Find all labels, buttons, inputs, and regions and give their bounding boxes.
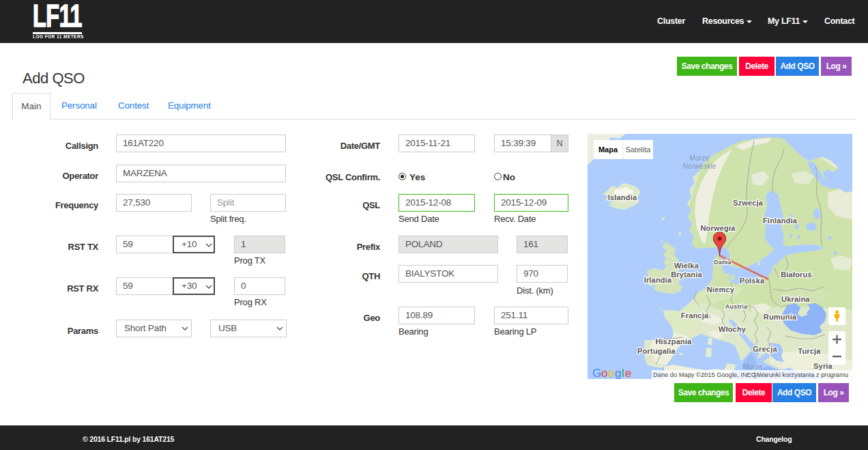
svg-text:e: e [625,367,631,379]
svg-text:o: o [601,367,607,379]
svg-text:Brytania: Brytania [671,270,702,279]
svg-text:Turcja: Turcja [798,347,821,355]
svg-text:Irlandia: Irlandia [644,276,672,284]
svg-text:G: G [592,367,601,379]
svg-text:Białoruś: Białoruś [781,270,812,279]
svg-text:Finlandia: Finlandia [763,216,798,225]
svg-text:Morze: Morze [689,154,709,162]
svg-text:l: l [622,367,624,379]
svg-text:Morze: Morze [742,363,762,371]
svg-text:Islandia: Islandia [608,193,637,201]
svg-text:Wielka: Wielka [674,262,699,270]
svg-text:Rumunia: Rumunia [764,313,797,321]
svg-text:Dania: Dania [714,259,732,266]
svg-text:Norwegia: Norwegia [700,224,736,232]
svg-text:Niemcy: Niemcy [707,285,735,294]
svg-text:Portugalia: Portugalia [637,347,676,355]
svg-text:g: g [615,367,621,379]
svg-text:Grecja: Grecja [753,345,777,353]
svg-text:Szwecja: Szwecja [733,199,764,207]
svg-text:Francja: Francja [681,311,709,320]
svg-text:Hiszpania: Hiszpania [655,337,692,346]
svg-text:Włochy: Włochy [719,325,747,333]
svg-text:Polska: Polska [740,277,765,285]
svg-text:Mapa: Mapa [598,145,618,154]
svg-text:Norweskie: Norweskie [682,163,717,170]
svg-text:Dane do Mapy ©2015 Google, INE: Dane do Mapy ©2015 Google, INEGI [653,371,758,378]
svg-text:Austria: Austria [725,303,748,310]
svg-text:Satelita: Satelita [626,145,652,154]
svg-text:Ukraina: Ukraina [781,295,810,303]
svg-text:o: o [608,367,614,379]
svg-text:| Warunki korzystania z progra: | Warunki korzystania z programu [754,371,848,378]
